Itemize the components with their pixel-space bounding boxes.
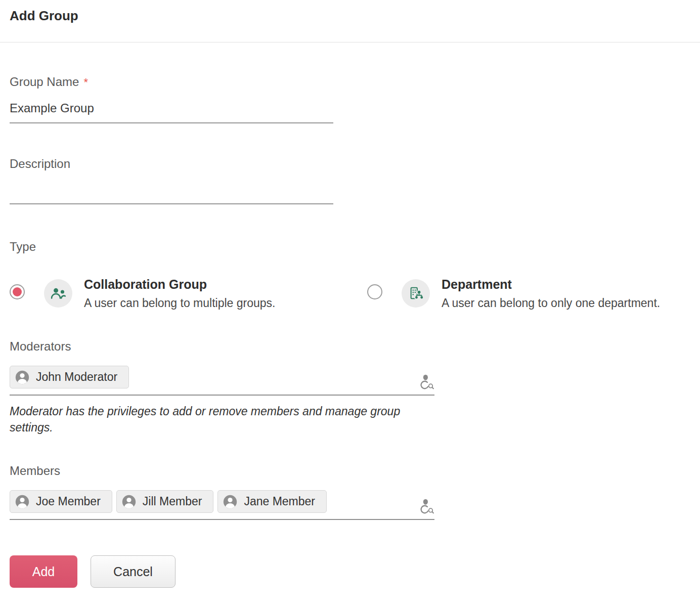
user-search-icon[interactable]: [419, 373, 434, 390]
member-chip[interactable]: Jill Member: [116, 490, 214, 513]
members-label: Members: [10, 464, 60, 477]
type-option-department[interactable]: Department A user can belong to only one…: [367, 276, 660, 310]
page-header: Add Group: [0, 0, 700, 42]
person-icon: [15, 370, 29, 384]
type-options: Collaboration Group A user can belong to…: [10, 276, 700, 310]
moderators-field: Moderators John Moderator: [10, 339, 700, 436]
collaboration-group-description: A user can belong to multiple groups.: [84, 296, 275, 310]
department-description: A user can belong to only one department…: [442, 296, 660, 310]
moderators-picker-row[interactable]: John Moderator: [10, 366, 434, 396]
moderators-label: Moderators: [10, 339, 71, 353]
member-chip[interactable]: Joe Member: [10, 490, 112, 513]
member-chip-label: Joe Member: [36, 495, 101, 508]
department-radio[interactable]: [367, 284, 382, 299]
description-input[interactable]: [10, 171, 333, 204]
person-icon: [15, 495, 29, 509]
member-chip-label: Jill Member: [143, 495, 202, 508]
collaboration-group-title: Collaboration Group: [84, 277, 275, 292]
people-icon: [44, 279, 72, 308]
department-title: Department: [442, 277, 660, 292]
members-field: Members Joe Member: [10, 464, 700, 520]
member-chip[interactable]: Jane Member: [217, 490, 327, 513]
group-name-label: Group Name: [10, 75, 79, 89]
group-name-input[interactable]: [10, 89, 333, 123]
person-icon: [223, 495, 237, 509]
description-label: Description: [10, 157, 70, 170]
required-asterisk: *: [83, 76, 88, 89]
person-icon: [122, 495, 136, 509]
description-field: Description: [10, 157, 700, 204]
cancel-button[interactable]: Cancel: [91, 555, 176, 588]
members-picker-row[interactable]: Joe Member Jill Member: [10, 490, 434, 520]
member-chip-label: Jane Member: [244, 495, 315, 508]
moderator-chip-label: John Moderator: [36, 370, 117, 384]
type-field: Type Collaboration Group A us: [10, 240, 700, 310]
moderator-help-text: Moderator has the privileges to add or r…: [10, 404, 424, 436]
page-title: Add Group: [10, 8, 700, 24]
add-group-page: Add Group Group Name* Description Type: [0, 0, 700, 609]
group-name-field: Group Name*: [10, 75, 700, 123]
form-actions: Add Cancel: [10, 555, 700, 598]
user-search-icon[interactable]: [419, 498, 434, 515]
collaboration-group-radio[interactable]: [10, 284, 25, 299]
form-content: Group Name* Description Type: [0, 75, 700, 598]
add-button[interactable]: Add: [10, 555, 77, 588]
type-label: Type: [10, 240, 36, 253]
building-hierarchy-icon: [402, 279, 430, 308]
moderator-chip[interactable]: John Moderator: [10, 366, 129, 388]
type-option-collaboration-group[interactable]: Collaboration Group A user can belong to…: [10, 276, 367, 310]
